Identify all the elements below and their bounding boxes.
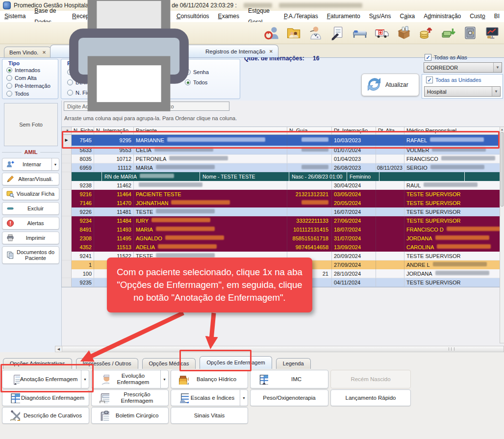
unidade-select[interactable]: Hospital ▼ <box>424 86 501 97</box>
radio-pre-internacao[interactable]: Pré-Internação <box>6 83 50 89</box>
cell-medico-responsavel: JORDANA <box>404 269 500 278</box>
column-header-n-internacao[interactable]: N. Internação <box>94 127 134 134</box>
redacted-text <box>158 244 217 249</box>
todas-as-alas-checkbox[interactable]: ✓ Todas as Alas <box>425 54 467 61</box>
table-row[interactable]: 92381146230/04/2024RAUL <box>62 181 500 190</box>
tab-registros-de-internacao[interactable]: Registros de Internação✕ <box>50 45 278 57</box>
table-row[interactable]: 56339553CELIA01/07/2024VOLMER <box>62 146 500 155</box>
menu-item-faturamento[interactable]: Faturamento <box>323 11 365 22</box>
cell-n-internacao: 11112 <box>94 163 134 172</box>
button-anotacao-enfermagem[interactable]: Anotação Enfermagem▼ <box>2 370 89 388</box>
column-header-dt-alta[interactable]: Dt. Alta <box>376 127 404 134</box>
sidebar-button-internar[interactable]: Internar▼ <box>2 158 59 171</box>
sidebar-button-imprimir[interactable]: Imprimir <box>2 232 59 244</box>
menu-item-administracao[interactable]: Administração <box>419 11 465 22</box>
table-row-newborn[interactable]: RN de MARIANome - TESTE TESTENasc - 26/0… <box>62 172 500 181</box>
todas-as-unidades-checkbox[interactable]: ✓ Todas as Unidades <box>426 77 481 83</box>
cell-n-guia <box>287 155 332 163</box>
button-lancamento-rapido[interactable]: Lançamento Rápido <box>330 389 411 406</box>
scroll-up-icon[interactable]: ▲ <box>500 127 504 132</box>
radio-com-alta[interactable]: Com Alta <box>6 75 37 81</box>
chevron-down-icon[interactable]: ▼ <box>51 158 59 170</box>
table-row[interactable]: 921611464PACIENTE TESTE2132131232103/05/… <box>62 190 500 199</box>
button-balanco-hidrico[interactable]: Balanço Hídrico <box>171 370 248 388</box>
contract-icon[interactable] <box>330 25 346 41</box>
chevron-down-icon[interactable]: ▼ <box>160 370 168 388</box>
sync-patient-icon[interactable] <box>264 25 279 41</box>
table-row[interactable]: ▶75459295MARIANNE10/03/2023RAFAEL <box>62 135 500 146</box>
atualizar-button[interactable]: Atualizar <box>361 74 419 96</box>
radio-dot-icon <box>6 91 12 97</box>
column-header-medico-responsavel[interactable]: Médico Responsável <box>404 127 500 134</box>
table-row[interactable]: 923411484IURY3332221113327/06/2024TESTE … <box>62 216 500 225</box>
button-descricao-de-curativos[interactable]: Descrição de Curativos <box>2 407 89 424</box>
sidebar-button-alertas[interactable]: Alertas <box>2 217 59 230</box>
radio-internados[interactable]: Internados <box>6 67 40 73</box>
sidebar-button-documentos-do-paciente[interactable]: Documentos do Paciente <box>2 246 59 264</box>
button-evolucao-enfermagem[interactable]: Evolução Enfermagem▼ <box>91 370 169 388</box>
tab-opcoes-de-enfermagem[interactable]: Opções de Enfermagem <box>200 356 272 369</box>
hospital-bed-icon[interactable] <box>352 25 368 41</box>
button-label: Diagnóstico Enfermagem <box>17 395 89 401</box>
cell-n-internacao: 11481 <box>94 207 134 216</box>
cell-dt-internacao: 26/08/2023 <box>332 163 376 172</box>
tab-opcoes-adminstrativas[interactable]: Opções Adminstrativas <box>3 358 72 369</box>
button-sinais-vitais[interactable]: Sinais Vitais <box>171 407 248 424</box>
bi-monitor-icon[interactable] <box>484 25 500 41</box>
patients-folder-icon[interactable] <box>286 25 302 41</box>
safe-icon[interactable] <box>462 25 478 41</box>
close-icon[interactable]: ✕ <box>269 49 273 54</box>
table-row[interactable]: 803510712PETRONILA01/04/2023FRANCISCO <box>62 155 500 163</box>
table-row[interactable]: 922611481TESTE16/07/2024TESTE SUPERVISOR <box>62 207 500 216</box>
menu-item-p-a-terapias[interactable]: P.A./Terapias <box>279 11 323 22</box>
sidebar-button-alterar-visuali[interactable]: Alterar/Visuali. <box>2 173 59 185</box>
column-header-paciente[interactable]: Paciente <box>134 127 287 134</box>
sidebar-button-excluir[interactable]: Excluir <box>2 202 59 215</box>
column-header-n-guia[interactable]: N. Guia <box>287 127 332 134</box>
chevron-down-icon[interactable]: ▼ <box>240 390 248 406</box>
scroll-left-icon[interactable]: ◀ <box>55 347 62 351</box>
table-row[interactable]: 714611470JOHNATHAN20/05/2024TESTE SUPERV… <box>62 199 500 207</box>
ambulance-icon[interactable] <box>374 25 390 41</box>
tab-bem-vindo[interactable]: Bem Vindo.✕ <box>4 47 51 57</box>
chevron-down-icon[interactable]: ▼ <box>81 370 89 388</box>
vertical-scroll-thumb[interactable] <box>501 132 504 207</box>
button-prescricao-enfermagem[interactable]: Prescrição Enfermagem <box>91 389 169 406</box>
redacted-text <box>154 147 213 152</box>
menu-item-sus-ans[interactable]: Sus/Ans <box>365 11 396 22</box>
table-row[interactable]: 849111493MARIA10111213141518/07/2024FRAN… <box>62 225 500 234</box>
button-imc[interactable]: IMC <box>250 370 328 388</box>
button-escalas-e-indices[interactable]: ?Escalas e Índices▼ <box>171 389 248 406</box>
stock-box-icon[interactable] <box>396 25 412 41</box>
radio-todos[interactable]: Todos <box>6 91 29 97</box>
tab-opcoes-medicas[interactable]: Opções Médicas <box>142 358 196 369</box>
revenue-up-icon[interactable] <box>418 25 434 41</box>
table-row[interactable]: 230811495AGNALDO85851516171831/07/2024JO… <box>62 234 500 243</box>
table-row[interactable]: 435211513ADELIA9874541465813/09/2024CARO… <box>62 243 500 252</box>
print-icon <box>4 234 12 242</box>
fluid-jar-icon <box>175 374 185 385</box>
ala-select[interactable]: CORREDOR ▼ <box>424 62 502 73</box>
table-row[interactable]: 695911112MARIA26/08/202308/11/2023SERGIO <box>62 163 500 172</box>
tab-legenda[interactable]: Legenda <box>276 358 311 369</box>
menu-item-exames[interactable]: Exames <box>214 11 244 22</box>
menu-item-sistema[interactable]: Sistema <box>0 11 30 22</box>
menu-item-bi[interactable]: BI <box>490 11 504 22</box>
close-icon[interactable]: ✕ <box>42 50 46 55</box>
scroll-grip[interactable] <box>449 347 454 351</box>
button-boletim-cirurgico[interactable]: Boletim Cirúrgico <box>91 407 169 424</box>
column-header-dt-internacao[interactable]: Dt. Internação <box>332 127 376 134</box>
horizontal-scroll-track[interactable] <box>62 346 504 352</box>
menu-item-custo[interactable]: Custo <box>465 11 489 22</box>
horizontal-scrollbar[interactable]: ◀ <box>55 346 504 352</box>
button-diagnostico-enfermagem[interactable]: Diagnóstico Enfermagem <box>2 389 89 406</box>
vertical-scrollbar[interactable]: ▲ <box>500 127 504 343</box>
tab-impressoes-outros[interactable]: Impressões / Outros <box>76 358 138 369</box>
sidebar-button-visualizar-ficha[interactable]: Visualizar Ficha <box>2 187 59 200</box>
menu-item-caixa[interactable]: Caixa <box>396 11 420 22</box>
button-peso-oxigenoterapia[interactable]: Peso/Oxigenoterapia <box>250 389 328 406</box>
expense-down-icon[interactable] <box>440 25 456 41</box>
column-header-n-ficha[interactable]: N. Ficha <box>72 127 94 134</box>
doctor-icon[interactable] <box>308 25 324 41</box>
cell-n-ficha: 5633 <box>72 146 94 155</box>
